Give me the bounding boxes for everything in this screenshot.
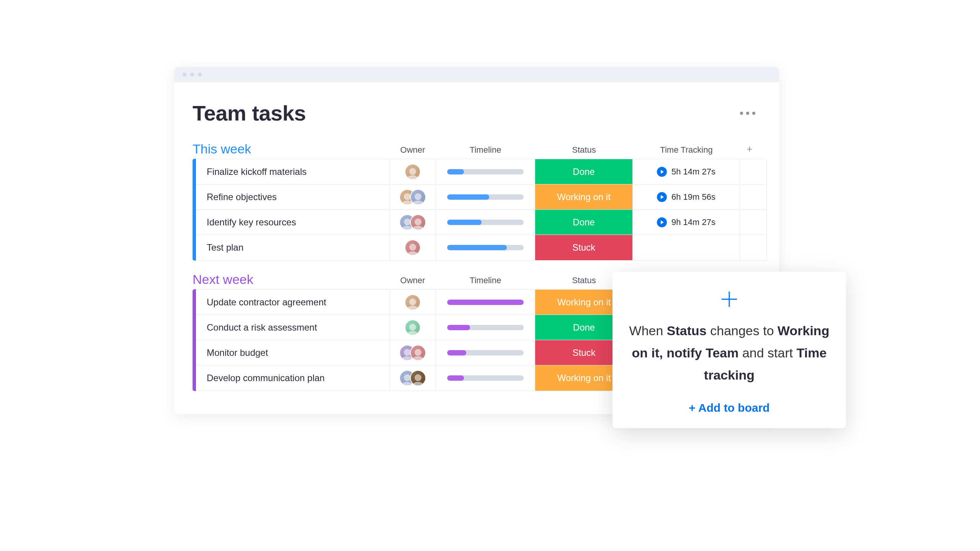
- spacer-cell: [740, 184, 759, 209]
- column-header-timeline[interactable]: Timeline: [436, 276, 535, 289]
- column-header-owner[interactable]: Owner: [390, 145, 436, 159]
- spacer-cell: [740, 159, 759, 184]
- owner-cell[interactable]: [390, 235, 436, 260]
- task-name-cell[interactable]: Develop communication plan: [196, 365, 390, 391]
- group-title[interactable]: This week: [193, 142, 390, 159]
- task-name-cell[interactable]: Update contractor agreement: [196, 290, 390, 315]
- window-dot: [198, 73, 202, 77]
- owner-cell[interactable]: [390, 184, 436, 209]
- timeline-cell[interactable]: [436, 159, 535, 184]
- time-value: 6h 19m 56s: [671, 192, 715, 202]
- play-icon[interactable]: [657, 192, 667, 202]
- timeline-cell[interactable]: [436, 184, 535, 209]
- avatar[interactable]: [405, 320, 421, 336]
- status-cell[interactable]: Done: [535, 210, 633, 235]
- column-header-time-tracking[interactable]: Time Tracking: [633, 145, 740, 159]
- play-icon[interactable]: [657, 217, 667, 227]
- owner-cell[interactable]: [390, 365, 436, 391]
- group-accent: [193, 159, 196, 261]
- add-to-board-button[interactable]: + Add to board: [628, 401, 831, 414]
- column-header-owner[interactable]: Owner: [390, 276, 436, 289]
- add-column-button[interactable]: +: [740, 143, 759, 159]
- timeline-cell[interactable]: [436, 210, 535, 235]
- more-button[interactable]: [740, 112, 755, 115]
- group-title[interactable]: Next week: [193, 272, 390, 289]
- time-tracking-cell[interactable]: 5h 14m 27s: [633, 159, 740, 184]
- group: This weekOwnerTimelineStatusTime Trackin…: [193, 142, 767, 261]
- column-header-timeline[interactable]: Timeline: [436, 145, 535, 159]
- task-name-cell[interactable]: Conduct a risk assessment: [196, 315, 390, 340]
- column-header-status[interactable]: Status: [535, 145, 633, 159]
- table-row[interactable]: Test planStuck: [196, 235, 766, 260]
- automation-card[interactable]: When Status changes to Working on it, no…: [612, 272, 846, 428]
- status-cell[interactable]: Stuck: [535, 235, 633, 260]
- owner-cell[interactable]: [390, 159, 436, 184]
- task-name-cell[interactable]: Refine objectives: [196, 184, 390, 209]
- board-header: Team tasks: [193, 101, 767, 126]
- time-tracking-cell[interactable]: 9h 14m 27s: [633, 210, 740, 235]
- status-cell[interactable]: Working on it: [535, 184, 633, 209]
- window-dot: [183, 73, 186, 77]
- group-header: This weekOwnerTimelineStatusTime Trackin…: [193, 142, 767, 159]
- time-tracking-cell[interactable]: 6h 19m 56s: [633, 184, 740, 209]
- owner-cell[interactable]: [390, 290, 436, 315]
- window-dot: [190, 73, 194, 77]
- spacer-cell: [740, 235, 759, 260]
- task-name-cell[interactable]: Identify key resources: [196, 210, 390, 235]
- plus-icon: [720, 290, 738, 308]
- avatar[interactable]: [410, 345, 426, 361]
- table-row[interactable]: Finalize kickoff materialsDone5h 14m 27s: [196, 159, 766, 184]
- owner-cell[interactable]: [390, 210, 436, 235]
- timeline-cell[interactable]: [436, 365, 535, 391]
- time-value: 9h 14m 27s: [671, 217, 715, 227]
- avatar[interactable]: [410, 189, 426, 205]
- avatar[interactable]: [405, 240, 421, 256]
- avatar[interactable]: [405, 164, 421, 180]
- group-rows: Finalize kickoff materialsDone5h 14m 27s…: [193, 159, 767, 261]
- timeline-cell[interactable]: [436, 315, 535, 340]
- table-row[interactable]: Identify key resourcesDone9h 14m 27s: [196, 210, 766, 235]
- task-name-cell[interactable]: Finalize kickoff materials: [196, 159, 390, 184]
- timeline-cell[interactable]: [436, 340, 535, 365]
- board-title[interactable]: Team tasks: [193, 101, 306, 126]
- group-accent: [193, 289, 196, 391]
- window-title-bar: [174, 67, 779, 82]
- timeline-cell[interactable]: [436, 235, 535, 260]
- table-row[interactable]: Refine objectivesWorking on it6h 19m 56s: [196, 184, 766, 210]
- owner-cell[interactable]: [390, 340, 436, 365]
- time-value: 5h 14m 27s: [671, 167, 715, 177]
- time-tracking-cell[interactable]: [633, 235, 740, 260]
- owner-cell[interactable]: [390, 315, 436, 340]
- status-cell[interactable]: Done: [535, 159, 633, 184]
- spacer-cell: [740, 210, 759, 235]
- play-icon[interactable]: [657, 167, 667, 177]
- timeline-cell[interactable]: [436, 290, 535, 315]
- avatar[interactable]: [410, 370, 426, 386]
- task-name-cell[interactable]: Monitor budget: [196, 340, 390, 365]
- task-name-cell[interactable]: Test plan: [196, 235, 390, 260]
- avatar[interactable]: [410, 214, 426, 230]
- automation-text: When Status changes to Working on it, no…: [628, 320, 831, 386]
- avatar[interactable]: [405, 294, 421, 310]
